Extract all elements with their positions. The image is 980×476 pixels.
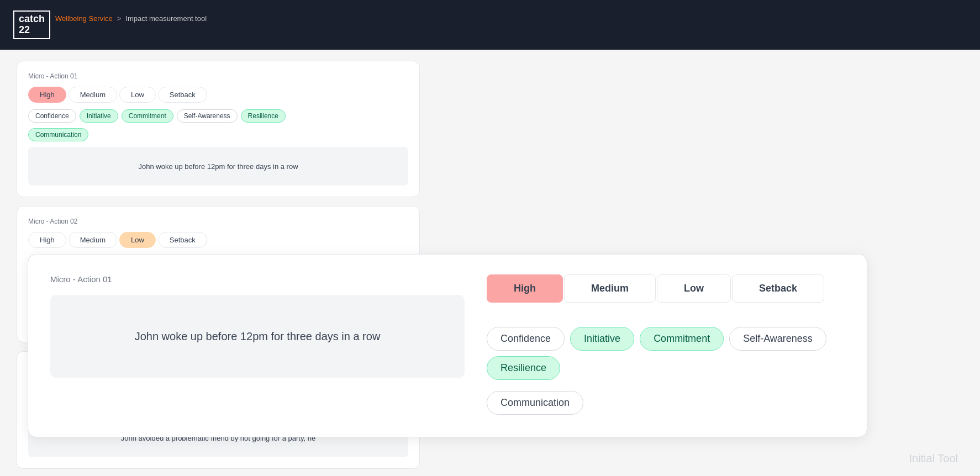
expanded-tag-commitment[interactable]: Commitment: [640, 327, 724, 351]
card-1-rating-medium[interactable]: Medium: [69, 87, 117, 103]
card-1-tag-commitment[interactable]: Commitment: [122, 109, 173, 123]
expanded-left: Micro - Action 01 John woke up before 12…: [50, 274, 465, 415]
card-1-tag-confidence[interactable]: Confidence: [28, 109, 76, 123]
card-1-rating-low[interactable]: Low: [119, 87, 156, 103]
card-1-tag-communication[interactable]: Communication: [28, 128, 88, 141]
expanded-tag-resilience[interactable]: Resilience: [487, 356, 560, 380]
footer-text: Initial Tool: [909, 452, 958, 465]
expanded-rating-setback[interactable]: Setback: [732, 274, 824, 303]
card-2-rating-high[interactable]: High: [28, 232, 66, 248]
expanded-tags-row-1: Confidence Initiative Commitment Self-Aw…: [487, 327, 845, 380]
expanded-tag-initiative[interactable]: Initiative: [570, 327, 634, 351]
expanded-rating-low[interactable]: Low: [657, 274, 731, 303]
card-2-rating-setback[interactable]: Setback: [158, 232, 207, 248]
card-1-tag-initiative[interactable]: Initiative: [80, 109, 118, 123]
micro-action-card-1: Micro - Action 01 High Medium Low Setbac…: [17, 61, 420, 197]
card-2-rating-medium[interactable]: Medium: [69, 232, 117, 248]
expanded-label: Micro - Action 01: [50, 274, 465, 284]
card-2-rating-row: High Medium Low Setback: [28, 232, 408, 248]
card-1-tags-row: Confidence Initiative Commitment Self-Aw…: [28, 109, 408, 123]
card-1-label: Micro - Action 01: [28, 72, 408, 80]
expanded-tag-self-awareness[interactable]: Self-Awareness: [729, 327, 826, 351]
card-1-tag-self-awareness[interactable]: Self-Awareness: [177, 109, 238, 123]
card-2-rating-low[interactable]: Low: [119, 232, 156, 248]
expanded-tags-row-2: Communication: [487, 391, 845, 415]
expanded-rating-medium[interactable]: Medium: [564, 274, 656, 303]
expanded-card: Micro - Action 01 John woke up before 12…: [28, 254, 867, 437]
breadcrumb-current: Impact measurement tool: [125, 14, 207, 23]
breadcrumb-separator: >: [117, 14, 122, 23]
card-1-content: John woke up before 12pm for three days …: [28, 147, 408, 186]
card-1-rating-high[interactable]: High: [28, 87, 66, 103]
card-1-tags-row-2: Communication: [28, 128, 408, 141]
breadcrumb-service[interactable]: Wellbeing Service: [55, 14, 113, 23]
logo: catch 22: [13, 10, 50, 39]
header: catch 22 Wellbeing Service > Impact meas…: [0, 0, 980, 50]
expanded-rating-row: High Medium Low Setback: [487, 274, 845, 303]
expanded-rating-high[interactable]: High: [487, 274, 563, 303]
card-1-rating-row: High Medium Low Setback: [28, 87, 408, 103]
card-1-rating-setback[interactable]: Setback: [158, 87, 207, 103]
card-1-tag-resilience[interactable]: Resilience: [241, 109, 286, 123]
breadcrumb: Wellbeing Service > Impact measurement t…: [55, 14, 207, 23]
card-2-label: Micro - Action 02: [28, 218, 408, 225]
expanded-tag-confidence[interactable]: Confidence: [487, 327, 565, 351]
expanded-content: John woke up before 12pm for three days …: [50, 295, 465, 378]
expanded-tag-communication[interactable]: Communication: [487, 391, 583, 415]
expanded-right: High Medium Low Setback Confidence Initi…: [487, 274, 845, 415]
